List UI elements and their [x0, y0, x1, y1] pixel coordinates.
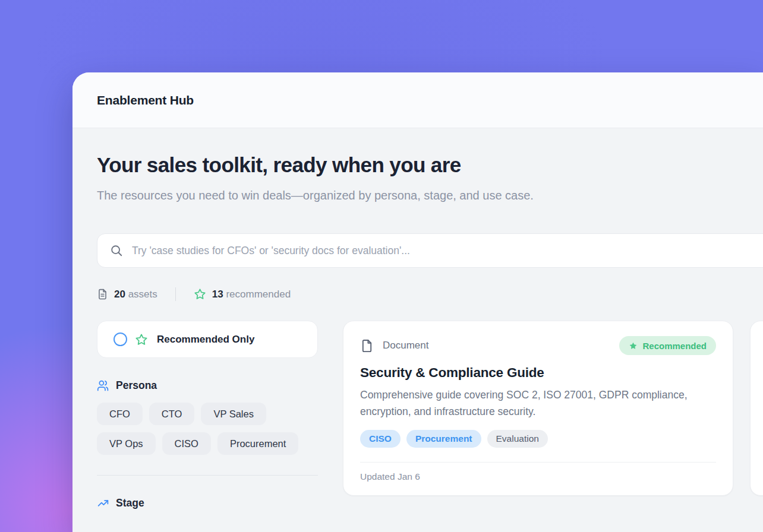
stage-section-label: Stage: [116, 497, 144, 509]
asset-updated: Updated Jan 6: [360, 471, 716, 482]
recommended-stat: 13 recommended: [194, 288, 291, 300]
asset-type-label: Document: [383, 340, 428, 352]
assets-stat: 20 assets: [97, 289, 157, 300]
asset-card-security-compliance[interactable]: Document Recommended Security & Complian…: [343, 321, 733, 496]
trending-up-icon: [97, 497, 109, 509]
page-title: Your sales toolkit, ready when you are: [97, 153, 763, 177]
card-divider: [360, 462, 716, 463]
file-icon: [360, 339, 374, 353]
persona-section-header: Persona: [97, 379, 318, 392]
enablement-hub-panel: Enablement Hub Your sales toolkit, ready…: [72, 72, 763, 532]
app-title: Enablement Hub: [97, 93, 194, 107]
tag-ciso: CISO: [360, 430, 401, 448]
filters-sidebar: Recommended Only Persona CFO: [97, 321, 318, 509]
search-icon: [110, 244, 123, 257]
search-bar[interactable]: [97, 233, 763, 268]
stage-section-header: Stage: [97, 497, 318, 509]
asset-tags: CISO Procurement Evaluation: [360, 430, 716, 448]
assets-label: assets: [128, 289, 157, 300]
recommended-badge-label: Recommended: [642, 341, 707, 351]
tag-evaluation: Evaluation: [487, 430, 548, 448]
persona-section-label: Persona: [116, 379, 157, 392]
persona-pill-cfo[interactable]: CFO: [97, 403, 143, 425]
asset-title: Security & Compliance Guide: [360, 365, 716, 381]
panel-body: Your sales toolkit, ready when you are T…: [72, 153, 763, 509]
tag-procurement: Procurement: [406, 430, 481, 448]
sidebar-divider: [97, 475, 318, 476]
star-filled-icon: [629, 341, 638, 350]
asset-description: Comprehensive guide covering SOC 2, ISO …: [360, 387, 694, 420]
persona-pill-vp-sales[interactable]: VP Sales: [201, 403, 266, 425]
recommended-only-toggle[interactable]: Recommended Only: [97, 321, 318, 358]
persona-pill-vp-ops[interactable]: VP Ops: [97, 432, 156, 455]
recommended-count: 13: [212, 289, 223, 300]
stats-divider: [175, 287, 176, 301]
card-header-row: Document Recommended: [360, 336, 716, 355]
recommended-badge: Recommended: [619, 336, 716, 355]
persona-pills: CFO CTO VP Sales VP Ops CISO Procurement: [97, 403, 318, 455]
persona-pill-cto[interactable]: CTO: [149, 403, 195, 425]
recommended-label: recommended: [226, 289, 291, 300]
search-input[interactable]: [132, 245, 763, 257]
star-icon: [135, 333, 148, 346]
stats-row: 20 assets 13 recommended: [97, 287, 763, 301]
recommended-only-label: Recommended Only: [157, 334, 254, 346]
file-text-icon: [97, 289, 108, 300]
persona-pill-ciso[interactable]: CISO: [162, 432, 211, 455]
assets-count: 20: [114, 289, 125, 300]
users-icon: [97, 379, 109, 392]
asset-cards: Document Recommended Security & Complian…: [343, 321, 763, 509]
persona-pill-procurement[interactable]: Procurement: [217, 432, 298, 455]
asset-card-partial[interactable]: [750, 321, 763, 496]
radio-unchecked-icon[interactable]: [113, 332, 127, 346]
star-icon: [194, 288, 206, 300]
content-row: Recommended Only Persona CFO: [97, 321, 763, 509]
page-subtitle: The resources you need to win deals—orga…: [97, 185, 554, 205]
panel-header: Enablement Hub: [72, 72, 763, 128]
